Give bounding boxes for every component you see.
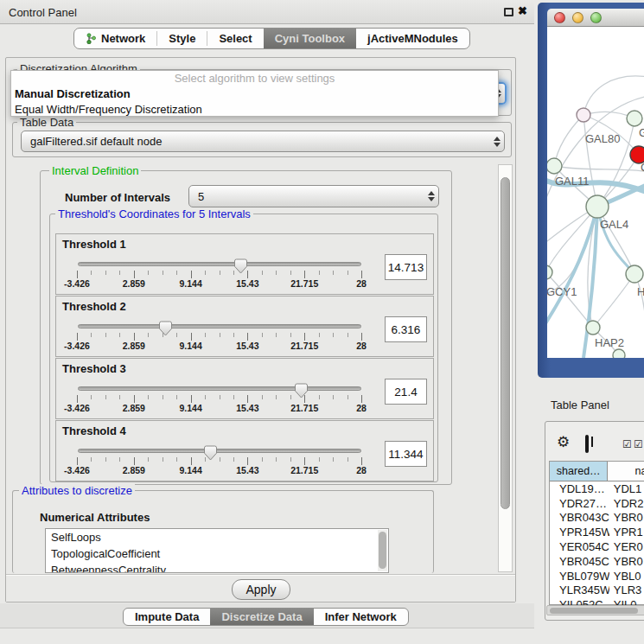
apply-button[interactable]: Apply — [232, 579, 290, 600]
thresholds-group-label: Threshold's Coordinates for 5 Intervals — [55, 207, 253, 220]
tick-label: 2.859 — [123, 341, 145, 351]
node-hap2[interactable] — [586, 321, 600, 335]
node-label: HAP2 — [595, 336, 624, 349]
tick-label: 2.859 — [123, 278, 145, 289]
interval-definition-label: Interval Definition — [49, 164, 141, 177]
tick-label: 21.715 — [290, 403, 318, 413]
minimize-traffic-light-icon[interactable] — [572, 12, 583, 23]
popup-placeholder: Select algorithm to view settings — [11, 71, 498, 86]
table-header-row: shared… na — [550, 462, 644, 481]
table-panel-title: Table Panel — [551, 399, 609, 411]
tick-label: 21.715 — [290, 465, 318, 475]
attributes-group-label: Attributes to discretize — [19, 484, 135, 497]
threshold-4-value-field[interactable]: 11.344 — [385, 441, 427, 467]
tab-style[interactable]: Style — [157, 29, 207, 48]
spinner-arrows-icon — [424, 191, 438, 201]
tab-network[interactable]: Network — [74, 29, 156, 48]
node-table: shared… na YDL19…YDL1 YDR27…YDR2 YBR043C… — [549, 461, 644, 605]
close-icon[interactable]: ✖ — [518, 4, 527, 17]
popup-option-manual-discretization[interactable]: Manual Discretization — [11, 86, 498, 102]
tick-label: 9.144 — [179, 278, 201, 289]
tick-label: -3.426 — [64, 403, 90, 413]
network-window-frame: GAL80 GA C GAL11 GAL4 GCY1 H HAP2 — [538, 3, 644, 378]
threshold-2-slider-track[interactable] — [78, 324, 361, 328]
list-scrollbar-thumb[interactable] — [379, 532, 386, 569]
tab-jactivemnodules[interactable]: jActiveMNodules — [356, 29, 469, 48]
tab-select[interactable]: Select — [207, 29, 263, 48]
tab-discretize-data[interactable]: Discretize Data — [210, 609, 313, 625]
threshold-4-slider-track[interactable] — [78, 449, 361, 453]
checkbox-checked-icon[interactable]: ☑ — [634, 439, 643, 450]
tick-label: 15.43 — [236, 278, 258, 289]
tick-label: 28 — [356, 278, 367, 289]
threshold-1-slider-track[interactable] — [78, 262, 361, 266]
table-data-combobox[interactable]: galFiltered.sif default node — [21, 131, 505, 152]
threshold-3-label: Threshold 3 — [62, 362, 126, 375]
close-traffic-light-icon[interactable] — [554, 12, 565, 23]
list-item[interactable]: TopologicalCoefficient — [46, 545, 388, 562]
threshold-3-slider-track[interactable] — [78, 386, 361, 391]
node-label: GAL80 — [585, 132, 620, 145]
zoom-traffic-light-icon[interactable] — [590, 12, 602, 23]
table-row[interactable]: YDR27…YDR2 — [550, 496, 644, 511]
node-label: GAL4 — [600, 218, 628, 231]
columns-icon[interactable] — [585, 435, 589, 453]
table-row[interactable]: YBR043CYBR0 — [550, 511, 644, 526]
spinner-arrows-icon — [490, 137, 504, 147]
tick-label: 15.43 — [236, 341, 258, 351]
tick-label: -3.426 — [64, 341, 90, 351]
node-gcy1[interactable] — [547, 265, 552, 279]
panel-scrollbar[interactable] — [498, 164, 513, 572]
screen: Control Panel ✖ Network Style Select Cyn… — [0, 0, 644, 644]
node-h[interactable] — [626, 265, 643, 283]
gear-icon[interactable]: ⚙ — [557, 435, 570, 450]
table-row[interactable]: YDL19…YDL1 — [550, 481, 644, 496]
node-gal11[interactable] — [547, 158, 562, 174]
threshold-1-value-field[interactable]: 14.713 — [385, 254, 427, 280]
number-of-intervals-combobox[interactable]: 5 — [188, 185, 439, 207]
network-window-titlebar — [547, 9, 644, 27]
column-header-name[interactable]: na — [608, 462, 644, 481]
table-row[interactable]: YER054CYER0 — [550, 539, 644, 554]
slider-ticks — [77, 457, 362, 465]
popup-option-equal-width-frequency[interactable]: Equal Width/Frequency Discretization — [11, 102, 498, 118]
node-gal4[interactable] — [586, 195, 609, 218]
table-data-label: Table Data — [17, 116, 76, 129]
threshold-2-value-field[interactable]: 6.316 — [385, 316, 427, 342]
panel-scrollbar-thumb[interactable] — [501, 177, 510, 509]
table-horizontal-scrollbar[interactable] — [546, 605, 644, 615]
node-label: GCY1 — [547, 285, 577, 298]
table-horizontal-scrollbar-thumb[interactable] — [550, 608, 638, 614]
node-gal80[interactable] — [577, 108, 590, 122]
node-label: GAL11 — [555, 175, 590, 188]
checkbox-checked-icon[interactable]: ☑ — [622, 439, 632, 450]
threshold-3-value-field[interactable]: 21.4 — [385, 379, 427, 405]
table-row[interactable]: YPR145WYPR1 — [550, 525, 644, 539]
list-item[interactable]: SelfLoops — [46, 529, 388, 545]
node-bottom[interactable] — [613, 349, 625, 358]
node-label: GA — [639, 126, 644, 139]
tick-label: 28 — [356, 341, 367, 351]
tick-label: 28 — [356, 403, 367, 413]
node-label: H — [637, 285, 644, 298]
list-scrollbar[interactable] — [378, 530, 387, 571]
table-row[interactable]: YBR045CYBR0 — [550, 554, 644, 569]
column-header-shared-name[interactable]: shared… — [550, 462, 608, 481]
table-row[interactable]: YBL079WYBL0 — [550, 569, 644, 583]
tab-cyni-toolbox[interactable]: Cyni Toolbox — [264, 29, 356, 48]
tab-impute-data[interactable]: Impute Data — [124, 609, 210, 625]
network-canvas: GAL80 GA C GAL11 GAL4 GCY1 H HAP2 — [547, 27, 644, 358]
float-window-icon[interactable] — [504, 8, 513, 16]
threshold-1-label: Threshold 1 — [62, 238, 126, 251]
node-top-right[interactable] — [627, 111, 642, 126]
tab-infer-network[interactable]: Infer Network — [314, 609, 408, 625]
control-panel-titlebar: Control Panel ✖ — [0, 0, 534, 24]
algorithm-dropdown-popup: Select algorithm to view settings Manual… — [10, 70, 499, 117]
tick-label: 15.43 — [236, 403, 258, 413]
tick-label: 28 — [356, 465, 367, 475]
top-tab-bar: Network Style Select Cyni Toolbox jActiv… — [73, 28, 470, 49]
tick-label: 9.144 — [179, 403, 201, 413]
list-item[interactable]: BetweennessCentrality — [46, 562, 388, 573]
table-row[interactable]: YLR345WYLR3 — [550, 583, 644, 598]
node-label: C — [641, 161, 644, 174]
